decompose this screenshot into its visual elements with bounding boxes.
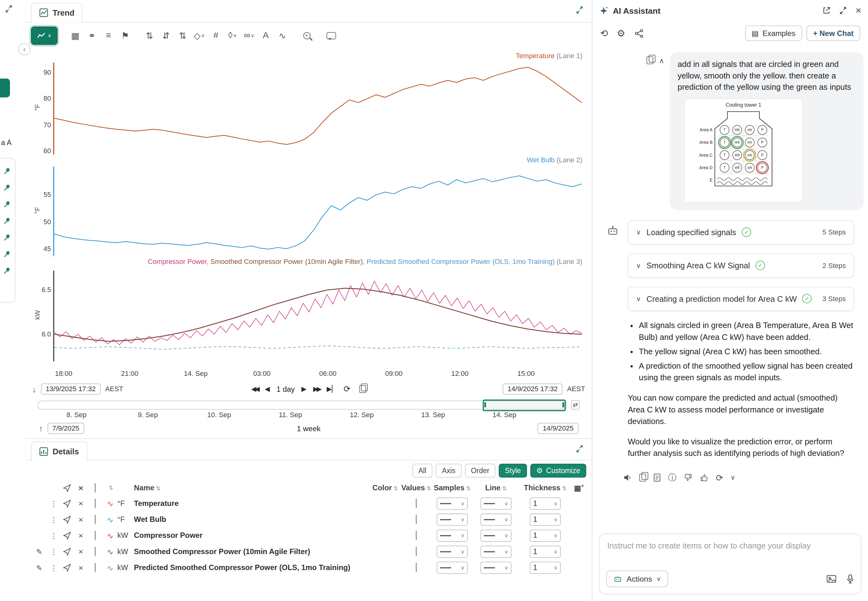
- copy-range-icon[interactable]: [359, 385, 366, 393]
- row-checkbox[interactable]: [95, 499, 96, 508]
- scrubber-handle-left[interactable]: [484, 402, 486, 407]
- values-checkbox[interactable]: [416, 499, 417, 508]
- range-down-icon[interactable]: ↓: [32, 384, 36, 394]
- remove-row-icon[interactable]: ×: [78, 515, 84, 524]
- samples-select[interactable]: ∨: [437, 513, 468, 525]
- remove-row-icon[interactable]: ×: [78, 531, 84, 540]
- text-size-label[interactable]: a A: [1, 138, 12, 146]
- step-card[interactable]: ∨ Creating a prediction model for Area C…: [628, 287, 854, 311]
- investigate-end-input[interactable]: 14/9/2025: [538, 423, 578, 434]
- microphone-icon[interactable]: [847, 574, 854, 584]
- style-button[interactable]: Style: [499, 464, 527, 477]
- flag-icon[interactable]: ⚑: [117, 27, 133, 44]
- send-row-icon[interactable]: [63, 564, 71, 572]
- pin-icon[interactable]: [3, 184, 11, 192]
- thickness-select[interactable]: 1∨: [530, 529, 561, 542]
- fit-range-icon[interactable]: ⇄: [571, 400, 579, 410]
- row-name[interactable]: Wet Bulb: [134, 515, 370, 524]
- pin-icon[interactable]: [3, 233, 11, 242]
- thickness-select[interactable]: 1∨: [530, 497, 561, 509]
- chevron-down-icon[interactable]: ∨: [636, 262, 641, 270]
- add-column-icon[interactable]: ▦+: [574, 483, 584, 492]
- investigate-up-icon[interactable]: ↑: [39, 424, 43, 433]
- sort-icon[interactable]: ⇅: [502, 485, 507, 491]
- compare-view-icon[interactable]: ∞∨: [241, 27, 257, 44]
- investigate-duration[interactable]: 1 week: [296, 424, 321, 433]
- values-checkbox[interactable]: [416, 515, 417, 524]
- row-checkbox[interactable]: [95, 531, 96, 540]
- thickness-select[interactable]: 1∨: [530, 513, 561, 525]
- filter-all-button[interactable]: All: [413, 464, 432, 477]
- step-card[interactable]: ∨ Smoothing Area C kW Signal ✓ 2 Steps: [628, 253, 854, 278]
- values-checkbox[interactable]: [416, 531, 417, 540]
- chat-area[interactable]: ∧ add in all signals that are circled in…: [592, 45, 868, 529]
- line-select[interactable]: ∨: [481, 497, 512, 509]
- row-checkbox[interactable]: [95, 563, 96, 572]
- samples-select[interactable]: ∨: [437, 561, 468, 574]
- row-name[interactable]: Predicted Smoothed Compressor Power (OLS…: [134, 563, 370, 572]
- attach-image-icon[interactable]: [827, 574, 836, 583]
- open-in-new-window-icon[interactable]: [822, 6, 831, 15]
- expand-assistant-icon[interactable]: [839, 6, 848, 15]
- font-size-icon[interactable]: A: [258, 27, 274, 44]
- pin-icon[interactable]: [3, 267, 11, 275]
- values-checkbox[interactable]: [416, 563, 417, 572]
- zoom-icon[interactable]: +: [299, 27, 315, 44]
- row-name[interactable]: Compressor Power: [134, 531, 370, 540]
- copy-message-icon[interactable]: [647, 56, 653, 64]
- send-all-icon[interactable]: [63, 484, 71, 492]
- sort-icon[interactable]: ⇅: [466, 485, 471, 491]
- row-menu-icon[interactable]: ⋮: [50, 547, 58, 556]
- share-icon[interactable]: [634, 29, 643, 38]
- expand-icon[interactable]: [5, 5, 13, 13]
- samples-select[interactable]: ∨: [437, 497, 468, 509]
- axis-arrange-icon[interactable]: ⇵: [158, 27, 174, 44]
- select-all-checkbox[interactable]: [95, 483, 96, 493]
- row-checkbox[interactable]: [95, 547, 96, 556]
- lane-arrange-icon[interactable]: ⇅: [142, 27, 157, 44]
- labels-icon[interactable]: ◇∨: [191, 27, 207, 44]
- remove-row-icon[interactable]: ×: [78, 499, 84, 508]
- expand-trend-icon[interactable]: [575, 6, 584, 14]
- table-view-icon[interactable]: ▦: [67, 27, 83, 44]
- play-button[interactable]: ▶: [301, 385, 306, 393]
- pin-icon[interactable]: [3, 167, 11, 175]
- range-start-input[interactable]: 13/9/2025 17:32: [41, 383, 101, 394]
- edit-icon[interactable]: ✎: [36, 563, 43, 572]
- rewind-button[interactable]: ◀◀: [251, 385, 258, 393]
- range-end-input[interactable]: 14/9/2025 17:32: [503, 383, 562, 394]
- thumbs-up-icon[interactable]: [700, 473, 708, 482]
- sort-icon[interactable]: ⇅: [156, 485, 160, 491]
- row-checkbox[interactable]: [95, 515, 96, 524]
- dimming-icon[interactable]: ◊∨: [225, 27, 240, 44]
- remove-all-icon[interactable]: ×: [78, 483, 84, 493]
- row-menu-icon[interactable]: ⋮: [50, 531, 58, 540]
- row-menu-icon[interactable]: ⋮: [50, 515, 58, 524]
- copy-response-icon[interactable]: [639, 474, 646, 482]
- lane-1-plot[interactable]: [54, 63, 582, 154]
- send-row-icon[interactable]: [63, 532, 71, 539]
- step-end-button[interactable]: ▶▏: [327, 385, 337, 393]
- new-chat-button[interactable]: + New Chat: [806, 25, 860, 41]
- lane-3-plot[interactable]: [54, 270, 582, 361]
- row-menu-icon[interactable]: ⋮: [50, 563, 58, 572]
- pin-icon[interactable]: [3, 217, 11, 226]
- history-icon[interactable]: ⟲: [600, 27, 608, 39]
- investigate-start-input[interactable]: 7/9/2025: [47, 423, 84, 434]
- table-row[interactable]: ⋮ × ∿ °F Wet Bulb ∨ ∨ 1∨: [25, 511, 592, 527]
- gridlines-icon[interactable]: #: [208, 27, 224, 44]
- table-row[interactable]: ⋮ × ∿ kW Compressor Power ∨ ∨ 1∨: [25, 528, 592, 543]
- chat-input-box[interactable]: Actions ∨: [599, 534, 862, 595]
- row-menu-icon[interactable]: ⋮: [50, 499, 58, 508]
- send-row-icon[interactable]: [63, 548, 71, 555]
- active-worksheet-button[interactable]: [0, 78, 10, 97]
- tab-details[interactable]: Details: [31, 442, 87, 462]
- line-select[interactable]: ∨: [481, 545, 512, 558]
- collapse-panel-button[interactable]: ‹: [18, 43, 31, 55]
- collapse-message-icon[interactable]: ∧: [659, 56, 664, 65]
- chevron-down-icon[interactable]: ∨: [636, 228, 641, 236]
- chat-input[interactable]: [606, 541, 856, 551]
- remove-row-icon[interactable]: ×: [78, 563, 84, 572]
- document-icon[interactable]: [653, 473, 661, 482]
- actions-button[interactable]: Actions ∨: [606, 570, 668, 587]
